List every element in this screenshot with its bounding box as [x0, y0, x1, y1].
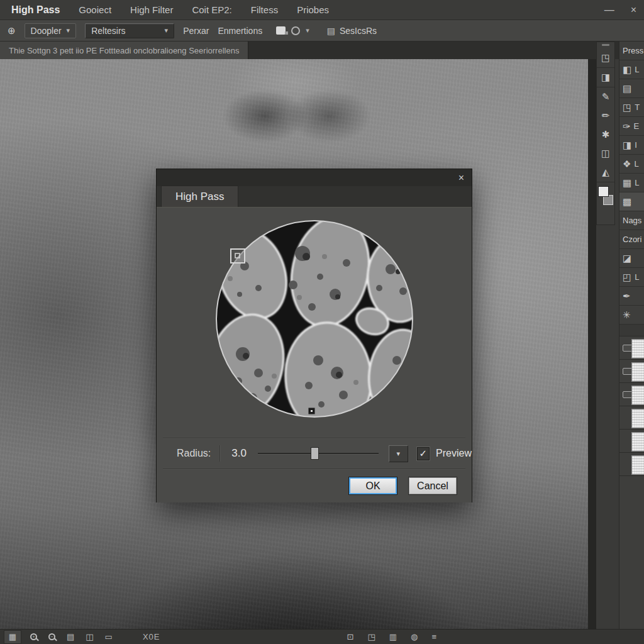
panel-row[interactable]: ◧L	[619, 60, 644, 79]
layer-row[interactable]	[619, 383, 644, 406]
document-tab[interactable]: Thie Sottgn 3 pett iio PE Fottteadi oncl…	[0, 42, 248, 59]
cancel-button[interactable]: Cancel	[409, 477, 457, 494]
dialog-close-icon[interactable]: ×	[458, 173, 464, 183]
layer-row[interactable]	[619, 453, 644, 476]
dialog-tab-high-pass[interactable]: High Pass	[161, 186, 238, 207]
pen-tool-icon[interactable]: ✎	[597, 87, 614, 106]
zoom-in-icon[interactable]: +	[30, 633, 37, 640]
filter-preview[interactable]	[214, 219, 414, 419]
panel-row[interactable]: ✑E	[619, 117, 644, 136]
grid-icon: ▦	[9, 632, 16, 641]
panel-row[interactable]: ◰L	[619, 268, 644, 287]
chevron-down-icon: ▾	[165, 26, 169, 35]
tool-preset-dropdown[interactable]: Doopler ▾	[25, 23, 77, 38]
options-label-enmertions: Enmertions	[218, 26, 262, 36]
status-bar: ▦ + − ▤ ◫ ▭ X0E ⊡ ◳ ▥ ◍ ≡	[0, 629, 644, 644]
panel-icon: ◳	[623, 102, 631, 113]
menu-item-coit[interactable]: Coit EP2:	[192, 4, 231, 15]
chevron-down-icon[interactable]: ▾	[306, 26, 309, 35]
panel-row[interactable]: ▦L	[619, 174, 644, 192]
radius-slider[interactable]	[258, 447, 378, 460]
dialog-titlebar[interactable]: ×	[157, 169, 472, 186]
panel-row-label: I	[635, 140, 637, 150]
folder-icon[interactable]: ▭	[105, 632, 113, 641]
panel-icon: ✒	[623, 291, 631, 302]
layer-thumbnail[interactable]	[631, 432, 644, 452]
panel-row-label: L	[635, 272, 639, 282]
crop-tool-icon[interactable]: ◨	[597, 68, 614, 87]
workspace-label: SesIcsRs	[340, 26, 377, 36]
slider-handle[interactable]	[311, 447, 319, 460]
panel-grip-icon[interactable]	[602, 44, 609, 46]
panel-row-selected[interactable]: ▩	[619, 192, 644, 211]
panel-spacer	[619, 325, 644, 336]
window-controls: — ×	[604, 5, 644, 15]
panel-row[interactable]: ❖L	[619, 155, 644, 174]
menu-item-priobes[interactable]: Priobes	[297, 4, 329, 15]
export-icon[interactable]: ◫	[86, 632, 93, 641]
layer-move-icon[interactable]: ◳	[367, 632, 375, 641]
layer-thumbnail[interactable]	[631, 409, 644, 428]
panel-header-press[interactable]: Press	[619, 42, 644, 60]
menu-item-filtess[interactable]: Filtess	[251, 4, 278, 15]
tool-preset-value: Doopler	[31, 26, 62, 36]
close-icon[interactable]: ×	[631, 5, 636, 15]
layer-thumbnail[interactable]	[631, 455, 644, 475]
panel-icon: ▦	[623, 177, 631, 189]
pencil-tool-icon[interactable]: ✏	[597, 106, 614, 125]
mode-dropdown[interactable]: Reltesirs ▾	[85, 23, 174, 38]
layer-thumbnail[interactable]	[631, 386, 644, 405]
radius-value[interactable]: 3.0	[231, 447, 253, 460]
document-icon[interactable]	[276, 26, 286, 35]
panel-icon: ▤	[327, 26, 335, 36]
layer-thumbnail[interactable]	[631, 339, 644, 358]
preview-bottom-marker	[308, 408, 315, 414]
mode-value: Reltesirs	[91, 26, 125, 36]
globe-icon[interactable]: ◍	[411, 632, 418, 641]
workspace-button[interactable]: ▤ SesIcsRs	[327, 26, 377, 36]
check-icon: ✓	[419, 448, 428, 459]
menu-item-gooiect[interactable]: Gooiect	[79, 4, 111, 15]
circle-icon[interactable]	[291, 26, 300, 35]
layers-tool-icon[interactable]: ◳	[597, 48, 614, 67]
panel-icon: ▤	[623, 83, 631, 94]
divider	[597, 182, 614, 182]
foreground-color-swatch[interactable]	[598, 186, 609, 197]
zoom-out-icon[interactable]: −	[48, 633, 55, 640]
color-swatches-icon[interactable]	[597, 185, 614, 206]
grid-view-icon[interactable]: ▦	[4, 630, 21, 644]
menu-item-high-filter[interactable]: High Filter	[130, 4, 173, 15]
layer-row[interactable]	[619, 430, 644, 453]
panel-row[interactable]: ◪	[619, 249, 644, 268]
brush-tool-icon[interactable]: ✱	[597, 125, 614, 144]
dice-icon[interactable]: ⊡	[347, 632, 354, 641]
ok-button[interactable]: OK	[349, 477, 397, 494]
panel-row[interactable]: ◨I	[619, 136, 644, 155]
menubar: High Pass Gooiect High Filter Coit EP2: …	[0, 0, 644, 20]
menu-item-high-pass[interactable]: High Pass	[11, 4, 60, 16]
stamp-tool-icon[interactable]: ◫	[597, 144, 614, 163]
panel-header-czori[interactable]: Czori	[619, 230, 644, 249]
radius-label: Radius:	[177, 448, 211, 459]
radius-dropdown-button[interactable]: ▾	[389, 445, 408, 462]
document-tab-bar: Thie Sottgn 3 pett iio PE Fottteadi oncl…	[0, 42, 644, 59]
minimize-icon[interactable]: —	[604, 5, 614, 15]
panel-row-label: L	[635, 178, 639, 187]
preview-checkbox[interactable]: ✓	[417, 447, 430, 460]
chart-panel-icon[interactable]: ▥	[389, 632, 397, 641]
move-tool-icon[interactable]: ⊕	[8, 25, 16, 36]
printer-icon[interactable]: ▤	[67, 632, 74, 641]
panel-icon: ◨	[623, 140, 631, 151]
layer-row[interactable]	[619, 406, 644, 430]
panel-row[interactable]: ✒	[619, 287, 644, 306]
divider	[219, 445, 220, 462]
layer-row[interactable]	[619, 336, 644, 360]
layer-thumbnail[interactable]	[631, 362, 644, 382]
layer-row[interactable]	[619, 360, 644, 383]
panel-row[interactable]: ✳	[619, 306, 644, 325]
gradient-tool-icon[interactable]: ◭	[597, 163, 614, 182]
panel-row[interactable]: ▤	[619, 79, 644, 98]
panel-header-nags[interactable]: Nags	[619, 211, 644, 230]
panel-row[interactable]: ◳T	[619, 98, 644, 117]
sliders-icon[interactable]: ≡	[431, 632, 436, 641]
